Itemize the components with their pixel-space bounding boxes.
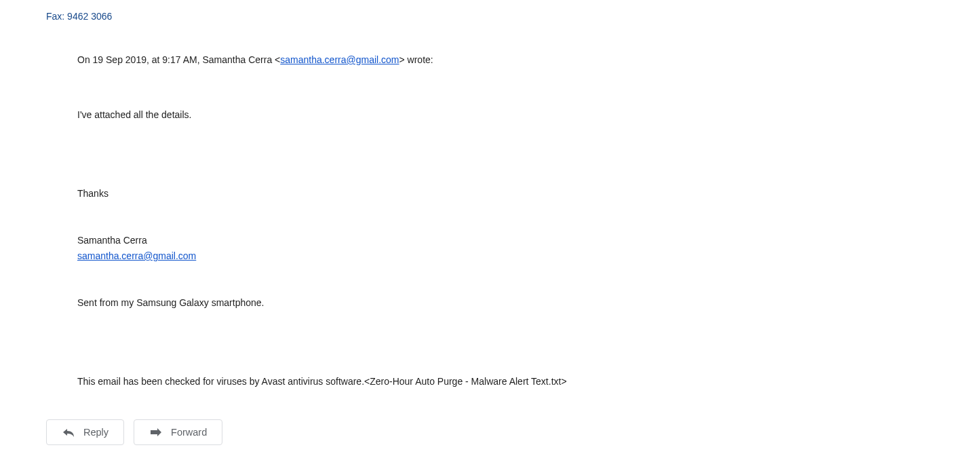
body-attached-line: I've attached all the details.: [77, 108, 891, 122]
forward-button[interactable]: Forward: [134, 419, 222, 445]
signature-name: Samantha Cerra: [77, 233, 891, 248]
sent-from-line: Sent from my Samsung Galaxy smartphone.: [77, 296, 891, 310]
sender-email-link[interactable]: samantha.cerra@gmail.com: [280, 54, 399, 65]
virus-check-line: This email has been checked for viruses …: [77, 375, 891, 389]
fax-line: Fax: 9462 3066: [46, 11, 112, 22]
signature-email-container: samantha.cerra@gmail.com: [77, 249, 891, 263]
quote-header: On 19 Sep 2019, at 9:17 AM, Samantha Cer…: [77, 53, 891, 67]
signature-email-link[interactable]: samantha.cerra@gmail.com: [77, 250, 196, 261]
quote-prefix: On 19 Sep 2019, at 9:17 AM, Samantha Cer…: [77, 54, 280, 65]
reply-icon: [62, 427, 75, 438]
action-button-bar: Reply Forward: [46, 419, 222, 445]
reply-label: Reply: [83, 427, 109, 438]
forward-label: Forward: [171, 427, 207, 438]
body-thanks: Thanks: [77, 187, 891, 201]
email-body: On 19 Sep 2019, at 9:17 AM, Samantha Cer…: [77, 53, 891, 389]
forward-icon: [149, 427, 163, 438]
quote-suffix: > wrote:: [399, 54, 433, 65]
reply-button[interactable]: Reply: [46, 419, 124, 445]
